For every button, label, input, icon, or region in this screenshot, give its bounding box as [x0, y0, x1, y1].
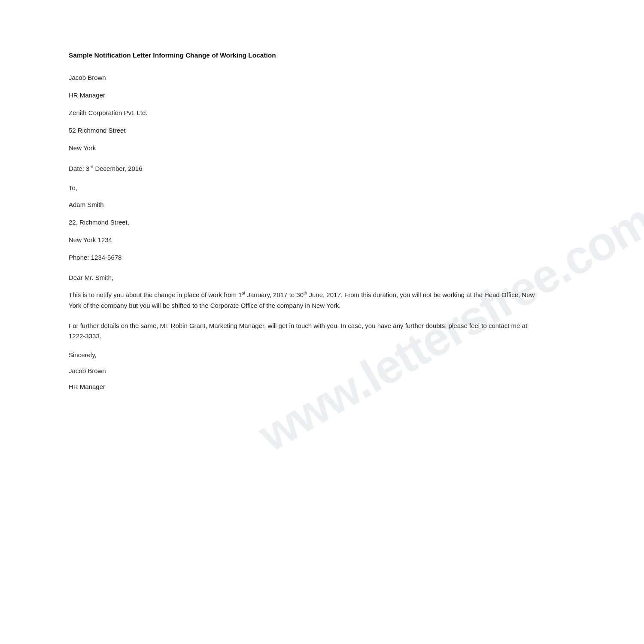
signature-name: Jacob Brown	[69, 367, 575, 374]
recipient-name: Adam Smith	[69, 200, 575, 209]
signature-title: HR Manager	[69, 383, 575, 390]
recipient-block: Adam Smith 22, Richmond Street, New York…	[69, 200, 575, 262]
date-label: Date:	[69, 165, 86, 172]
page: www.lettersfree.com Sample Notification …	[0, 0, 644, 644]
date-day-suffix: rd	[89, 164, 93, 169]
recipient-phone: Phone: 1234-5678	[69, 253, 575, 262]
letter-content: Sample Notification Letter Informing Cha…	[69, 52, 575, 390]
sender-street: 52 Richmond Street	[69, 126, 575, 135]
salutation: Dear Mr. Smith,	[69, 274, 575, 281]
body-paragraph-2: For further details on the same, Mr. Rob…	[69, 321, 541, 342]
closing: Sincerely,	[69, 351, 575, 358]
sender-title: HR Manager	[69, 91, 575, 100]
recipient-street: 22, Richmond Street,	[69, 218, 575, 227]
phone-number: 1234-5678	[91, 254, 122, 261]
date-rest: December, 2016	[93, 165, 142, 172]
to-label: To,	[69, 184, 575, 191]
sender-block: Jacob Brown HR Manager Zenith Corporatio…	[69, 73, 575, 152]
sender-city: New York	[69, 143, 575, 152]
date-line: Date: 3rd December, 2016	[69, 164, 575, 172]
phone-label: Phone:	[69, 254, 91, 261]
letter-title: Sample Notification Letter Informing Cha…	[69, 52, 575, 59]
sender-company: Zenith Corporation Pvt. Ltd.	[69, 108, 575, 117]
body-paragraph-1: This is to notify you about the change i…	[69, 290, 541, 311]
sender-name: Jacob Brown	[69, 73, 575, 82]
recipient-city-zip: New York 1234	[69, 235, 575, 244]
signature-block: Jacob Brown HR Manager	[69, 367, 575, 390]
